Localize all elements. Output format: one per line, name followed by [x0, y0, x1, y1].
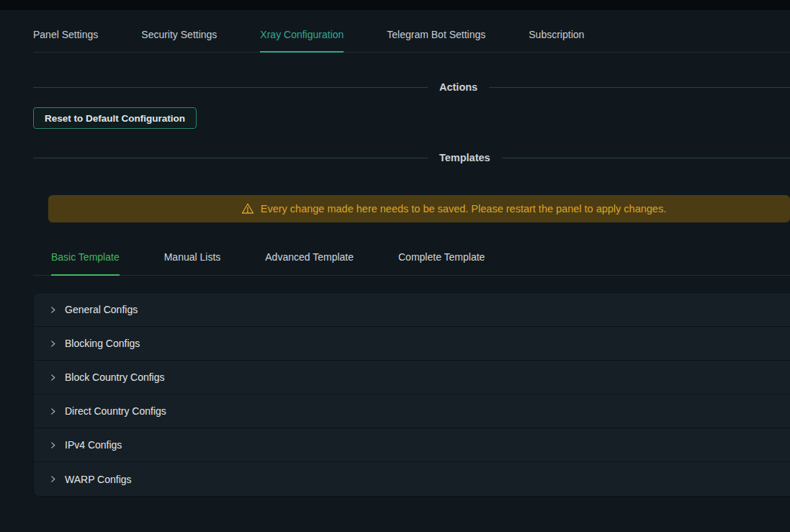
chevron-right-icon: [49, 374, 57, 382]
collapse-item-label: Blocking Configs: [65, 338, 140, 349]
actions-divider-label: Actions: [439, 81, 477, 93]
tab-panel-settings[interactable]: Panel Settings: [33, 27, 98, 52]
template-tab-bar: Basic Template Manual Lists Advanced Tem…: [33, 251, 790, 276]
collapse-item-label: Block Country Configs: [65, 371, 165, 383]
config-collapse-list: General Configs Blocking Configs Block C…: [33, 292, 790, 497]
chevron-right-icon: [49, 407, 57, 415]
divider-line: [489, 87, 790, 88]
collapse-item-label: General Configs: [65, 304, 138, 315]
divider-line: [33, 87, 428, 88]
chevron-right-icon: [49, 475, 57, 483]
collapse-direct-country-configs[interactable]: Direct Country Configs: [34, 395, 790, 428]
reset-to-default-config-button[interactable]: Reset to Default Configuration: [33, 107, 197, 129]
divider-line: [502, 158, 790, 158]
tab-security-settings[interactable]: Security Settings: [141, 27, 217, 52]
subtab-basic-template[interactable]: Basic Template: [51, 251, 120, 276]
collapse-blocking-configs[interactable]: Blocking Configs: [34, 327, 790, 361]
subtab-advanced-template[interactable]: Advanced Template: [265, 251, 354, 275]
collapse-item-label: WARP Configs: [65, 474, 132, 485]
warning-text: Every change made here needs to be saved…: [261, 203, 666, 215]
actions-divider: Actions: [33, 81, 790, 93]
top-bar: [0, 0, 790, 10]
chevron-right-icon: [49, 441, 57, 449]
collapse-item-label: Direct Country Configs: [65, 405, 166, 417]
collapse-general-configs[interactable]: General Configs: [34, 293, 790, 327]
collapse-ipv4-configs[interactable]: IPv4 Configs: [34, 428, 790, 462]
warning-triangle-icon: [241, 202, 254, 215]
main-tab-bar: Panel Settings Security Settings Xray Co…: [33, 27, 790, 53]
chevron-right-icon: [49, 340, 57, 348]
tab-telegram-bot-settings[interactable]: Telegram Bot Settings: [387, 27, 485, 52]
tab-xray-configuration[interactable]: Xray Configuration: [260, 27, 344, 53]
chevron-right-icon: [49, 306, 57, 314]
divider-line: [33, 158, 428, 158]
collapse-block-country-configs[interactable]: Block Country Configs: [34, 361, 790, 395]
subtab-complete-template[interactable]: Complete Template: [398, 251, 485, 275]
templates-divider-label: Templates: [439, 152, 490, 163]
subtab-manual-lists[interactable]: Manual Lists: [164, 251, 221, 275]
collapse-item-label: IPv4 Configs: [65, 439, 122, 451]
templates-divider: Templates: [33, 152, 790, 163]
tab-subscription[interactable]: Subscription: [529, 27, 584, 52]
warning-banner: Every change made here needs to be saved…: [48, 195, 790, 222]
collapse-warp-configs[interactable]: WARP Configs: [34, 462, 790, 496]
